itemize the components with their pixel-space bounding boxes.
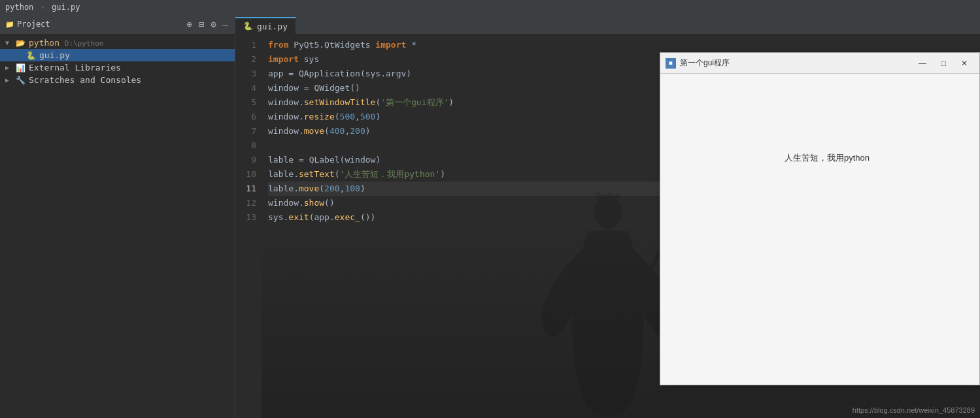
token: 100 [345, 182, 360, 195]
qt-window: ■ 第一个gui程序 — □ ✕ 人生苦短，我用python [660, 52, 980, 385]
sidebar-item-gui-py[interactable]: 🐍 gui.py [0, 49, 235, 61]
token: = [304, 81, 314, 95]
token: 500 [340, 110, 355, 123]
line-number-11: 11 [235, 182, 256, 196]
qt-window-title: 第一个gui程序 [680, 57, 913, 69]
sidebar-item-external-libraries[interactable]: ▶ 📊 External Libraries [0, 61, 235, 74]
qt-titlebar-buttons: — □ ✕ [913, 56, 974, 71]
settings-icon[interactable]: ⚙ [209, 18, 217, 31]
project-panel-icon: 📁 [5, 20, 14, 29]
qt-window-body: 人生苦短，我用python [660, 74, 979, 385]
arrow-right-scratches-icon: ▶ [5, 76, 16, 84]
token: app [314, 210, 329, 224]
line-number-10: 10 [235, 167, 256, 182]
sidebar-item-python-root[interactable]: ▼ 📂 python D:\python [0, 37, 235, 49]
arrow-right-icon: ▶ [5, 64, 16, 71]
py-file-icon: 🐍 [26, 51, 36, 60]
token: move [304, 124, 324, 138]
sidebar: 📁 Project ⊕ ⊟ ⚙ — ▼ 📂 python D:\python [0, 14, 235, 418]
token: ( [340, 153, 345, 167]
token: ) [375, 153, 380, 167]
token: setWindowTitle [304, 95, 376, 109]
token: import [268, 52, 304, 66]
sidebar-item-scratches[interactable]: ▶ 🔧 Scratches and Consoles [0, 74, 235, 86]
token: exit [288, 210, 309, 224]
qt-app-icon: ■ [666, 58, 676, 69]
tab-gui-py[interactable]: 🐍 gui.py [235, 17, 296, 34]
sidebar-toolbar-right: ⊕ ⊟ ⚙ — [185, 18, 229, 31]
add-icon[interactable]: ⊕ [185, 18, 193, 31]
token: . [299, 95, 304, 109]
token: window [268, 95, 299, 109]
token: lable [268, 153, 299, 167]
token: resize [304, 110, 335, 123]
tab-bar: 🐍 gui.py [235, 14, 980, 34]
qt-close-button[interactable]: ✕ [955, 56, 974, 71]
token: sys [304, 52, 319, 66]
token: show [304, 196, 324, 210]
token: from [268, 38, 294, 52]
title-separator: › [35, 3, 50, 12]
token: ( [335, 167, 340, 181]
sidebar-toolbar-left: 📁 Project [5, 20, 50, 29]
token: . [299, 124, 304, 138]
qt-window-overlay: ■ 第一个gui程序 — □ ✕ 人生苦短，我用python [660, 52, 980, 411]
close-panel-icon[interactable]: — [222, 18, 229, 31]
token: , [340, 182, 345, 195]
token: () [350, 81, 360, 95]
token: '第一个gui程序' [380, 95, 448, 109]
line-number-9: 9 [235, 153, 256, 167]
token: ( [375, 95, 380, 109]
qt-minimize-button[interactable]: — [913, 56, 932, 71]
token: ) [440, 167, 445, 181]
collapse-icon[interactable]: ⊟ [197, 18, 205, 31]
token: . [329, 210, 335, 224]
token: , [355, 110, 360, 123]
tab-py-icon: 🐍 [243, 22, 253, 31]
token: QLabel [309, 153, 340, 167]
line-number-6: 6 [235, 110, 256, 124]
token: ( [319, 182, 324, 195]
code-line-1: from PyQt5.QtWidgets import * [268, 38, 980, 52]
token: ) [365, 124, 371, 138]
token: import [371, 38, 412, 52]
token: , [345, 124, 350, 138]
token: ( [335, 110, 340, 123]
token: QWidget [314, 81, 350, 95]
token: 200 [350, 124, 365, 138]
line-number-12: 12 [235, 196, 256, 210]
line-number-4: 4 [235, 81, 256, 95]
token: sys.argv [365, 67, 407, 80]
token: 500 [360, 110, 375, 123]
title-file: gui.py [52, 3, 80, 12]
sidebar-tree: ▼ 📂 python D:\python 🐍 gui.py ▶ 📊 Extern… [0, 34, 235, 418]
watermark: https://blog.csdn.net/weixin_45873289 [853, 406, 975, 414]
token: . [299, 196, 304, 210]
token: . [283, 210, 288, 224]
title-project: python [5, 3, 33, 12]
editor-area: 🐍 gui.py [235, 14, 980, 418]
token: = [299, 153, 309, 167]
token: ( [309, 210, 314, 224]
token: = [288, 67, 299, 80]
qt-icon-symbol: ■ [669, 60, 673, 66]
tab-label: gui.py [257, 22, 288, 31]
sidebar-item-ext-lib-label: External Libraries [29, 63, 121, 72]
line-number-1: 1 [235, 38, 256, 52]
qt-window-label: 人生苦短，我用python [785, 152, 870, 164]
token: lable [268, 167, 294, 181]
line-number-3: 3 [235, 67, 256, 81]
python-path: D:\python [65, 39, 104, 48]
qt-maximize-button[interactable]: □ [934, 56, 953, 71]
token: ) [360, 182, 365, 195]
token: sys [268, 210, 283, 224]
token: () [324, 196, 335, 210]
project-label: Project [17, 20, 50, 29]
token: * [411, 38, 416, 52]
sidebar-toolbar: 📁 Project ⊕ ⊟ ⚙ — [0, 14, 235, 34]
token: ( [324, 124, 329, 138]
line-number-8: 8 [235, 138, 256, 153]
token: ) [406, 67, 411, 80]
scratch-icon: 🔧 [16, 76, 25, 85]
folder-icon: 📂 [16, 39, 25, 48]
